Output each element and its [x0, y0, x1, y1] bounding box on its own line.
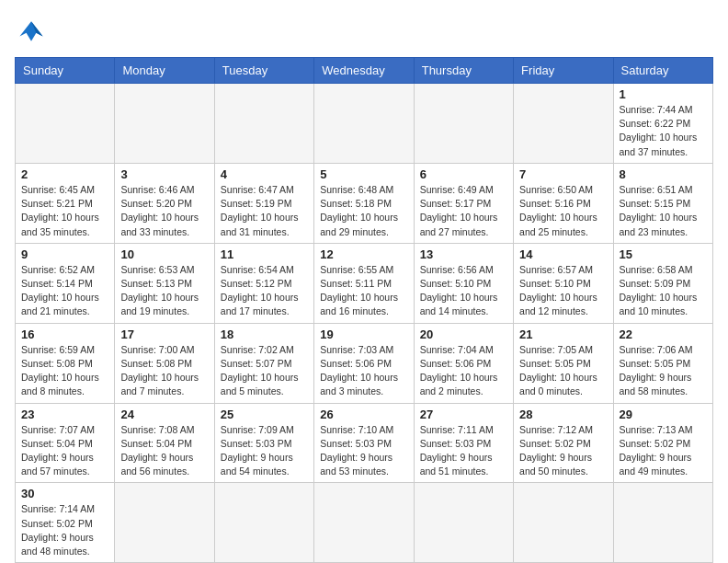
calendar-cell: [514, 84, 613, 164]
day-number: 19: [320, 327, 407, 341]
day-number: 23: [21, 408, 108, 421]
logo: [15, 15, 51, 48]
day-info: Sunrise: 7:11 AM Sunset: 5:03 PM Dayligh…: [420, 423, 507, 479]
week-row-5: 23Sunrise: 7:07 AM Sunset: 5:04 PM Dayli…: [16, 403, 713, 483]
day-number: 4: [221, 167, 308, 181]
day-number: 9: [21, 247, 108, 261]
day-number: 29: [620, 408, 707, 421]
day-info: Sunrise: 7:02 AM Sunset: 5:07 PM Dayligh…: [221, 343, 308, 399]
day-number: 21: [519, 327, 607, 341]
calendar-cell: 29Sunrise: 7:13 AM Sunset: 5:02 PM Dayli…: [613, 403, 712, 483]
day-info: Sunrise: 7:13 AM Sunset: 5:02 PM Dayligh…: [620, 423, 707, 479]
day-header-friday: Friday: [514, 58, 613, 84]
day-number: 17: [120, 327, 208, 341]
day-number: 14: [519, 247, 607, 261]
day-info: Sunrise: 7:03 AM Sunset: 5:06 PM Dayligh…: [320, 343, 407, 399]
calendar-cell: [414, 483, 513, 563]
day-info: Sunrise: 6:50 AM Sunset: 5:16 PM Dayligh…: [519, 183, 607, 239]
day-info: Sunrise: 7:07 AM Sunset: 5:04 PM Dayligh…: [21, 423, 108, 479]
calendar-cell: 9Sunrise: 6:52 AM Sunset: 5:14 PM Daylig…: [16, 243, 115, 323]
calendar-cell: 25Sunrise: 7:09 AM Sunset: 5:03 PM Dayli…: [214, 403, 313, 483]
day-info: Sunrise: 6:46 AM Sunset: 5:20 PM Dayligh…: [120, 183, 208, 239]
calendar-cell: 23Sunrise: 7:07 AM Sunset: 5:04 PM Dayli…: [16, 403, 115, 483]
calendar-cell: [514, 483, 613, 563]
day-number: 16: [21, 327, 108, 341]
day-header-monday: Monday: [115, 58, 214, 84]
calendar-cell: [214, 84, 313, 164]
calendar-cell: 13Sunrise: 6:56 AM Sunset: 5:10 PM Dayli…: [414, 243, 513, 323]
calendar-cell: 12Sunrise: 6:55 AM Sunset: 5:11 PM Dayli…: [314, 243, 414, 323]
calendar-cell: 28Sunrise: 7:12 AM Sunset: 5:02 PM Dayli…: [514, 403, 613, 483]
day-number: 25: [221, 408, 308, 421]
calendar-cell: 6Sunrise: 6:49 AM Sunset: 5:17 PM Daylig…: [414, 163, 513, 243]
calendar-cell: [16, 84, 115, 164]
calendar-cell: 30Sunrise: 7:14 AM Sunset: 5:02 PM Dayli…: [16, 483, 115, 563]
day-info: Sunrise: 6:47 AM Sunset: 5:19 PM Dayligh…: [221, 183, 308, 239]
day-number: 13: [420, 247, 507, 261]
day-header-tuesday: Tuesday: [214, 58, 313, 84]
day-info: Sunrise: 6:54 AM Sunset: 5:12 PM Dayligh…: [221, 263, 308, 319]
week-row-6: 30Sunrise: 7:14 AM Sunset: 5:02 PM Dayli…: [16, 483, 713, 563]
calendar-cell: 5Sunrise: 6:48 AM Sunset: 5:18 PM Daylig…: [314, 163, 414, 243]
calendar-cell: 11Sunrise: 6:54 AM Sunset: 5:12 PM Dayli…: [214, 243, 313, 323]
day-info: Sunrise: 6:55 AM Sunset: 5:11 PM Dayligh…: [320, 263, 407, 319]
calendar-cell: 10Sunrise: 6:53 AM Sunset: 5:13 PM Dayli…: [115, 243, 214, 323]
day-number: 12: [320, 247, 407, 261]
day-number: 3: [120, 167, 208, 181]
day-info: Sunrise: 6:45 AM Sunset: 5:21 PM Dayligh…: [21, 183, 108, 239]
calendar-cell: 3Sunrise: 6:46 AM Sunset: 5:20 PM Daylig…: [115, 163, 214, 243]
day-header-thursday: Thursday: [414, 58, 513, 84]
calendar-cell: 2Sunrise: 6:45 AM Sunset: 5:21 PM Daylig…: [16, 163, 115, 243]
calendar-cell: 24Sunrise: 7:08 AM Sunset: 5:04 PM Dayli…: [115, 403, 214, 483]
calendar-cell: 16Sunrise: 6:59 AM Sunset: 5:08 PM Dayli…: [16, 323, 115, 403]
day-info: Sunrise: 7:05 AM Sunset: 5:05 PM Dayligh…: [519, 343, 607, 399]
day-number: 5: [320, 167, 407, 181]
calendar-cell: [115, 483, 214, 563]
day-info: Sunrise: 7:06 AM Sunset: 5:05 PM Dayligh…: [620, 343, 707, 399]
page-header: [15, 15, 713, 48]
calendar-cell: 15Sunrise: 6:58 AM Sunset: 5:09 PM Dayli…: [613, 243, 712, 323]
day-info: Sunrise: 6:56 AM Sunset: 5:10 PM Dayligh…: [420, 263, 507, 319]
calendar-cell: [613, 483, 712, 563]
calendar-cell: 26Sunrise: 7:10 AM Sunset: 5:03 PM Dayli…: [314, 403, 414, 483]
day-number: 26: [320, 408, 407, 421]
day-number: 10: [120, 247, 208, 261]
day-number: 6: [420, 167, 507, 181]
day-info: Sunrise: 7:12 AM Sunset: 5:02 PM Dayligh…: [519, 423, 607, 479]
day-info: Sunrise: 6:49 AM Sunset: 5:17 PM Dayligh…: [420, 183, 507, 239]
calendar-cell: 14Sunrise: 6:57 AM Sunset: 5:10 PM Dayli…: [514, 243, 613, 323]
week-row-1: 1Sunrise: 7:44 AM Sunset: 6:22 PM Daylig…: [16, 84, 713, 164]
calendar-cell: 17Sunrise: 7:00 AM Sunset: 5:08 PM Dayli…: [115, 323, 214, 403]
week-row-2: 2Sunrise: 6:45 AM Sunset: 5:21 PM Daylig…: [16, 163, 713, 243]
day-number: 1: [620, 87, 707, 101]
calendar-cell: [115, 84, 214, 164]
logo-icon: [15, 15, 48, 48]
calendar-cell: 27Sunrise: 7:11 AM Sunset: 5:03 PM Dayli…: [414, 403, 513, 483]
day-number: 8: [620, 167, 707, 181]
calendar: SundayMondayTuesdayWednesdayThursdayFrid…: [15, 57, 713, 563]
day-header-saturday: Saturday: [613, 58, 712, 84]
day-header-wednesday: Wednesday: [314, 58, 414, 84]
calendar-cell: 18Sunrise: 7:02 AM Sunset: 5:07 PM Dayli…: [214, 323, 313, 403]
day-info: Sunrise: 7:10 AM Sunset: 5:03 PM Dayligh…: [320, 423, 407, 479]
day-number: 18: [221, 327, 308, 341]
day-header-sunday: Sunday: [16, 58, 115, 84]
day-info: Sunrise: 7:14 AM Sunset: 5:02 PM Dayligh…: [21, 502, 108, 558]
day-info: Sunrise: 6:52 AM Sunset: 5:14 PM Dayligh…: [21, 263, 108, 319]
day-info: Sunrise: 6:53 AM Sunset: 5:13 PM Dayligh…: [120, 263, 208, 319]
calendar-cell: 19Sunrise: 7:03 AM Sunset: 5:06 PM Dayli…: [314, 323, 414, 403]
day-number: 22: [620, 327, 707, 341]
day-info: Sunrise: 6:59 AM Sunset: 5:08 PM Dayligh…: [21, 343, 108, 399]
calendar-cell: 21Sunrise: 7:05 AM Sunset: 5:05 PM Dayli…: [514, 323, 613, 403]
calendar-cell: [314, 84, 414, 164]
day-info: Sunrise: 6:51 AM Sunset: 5:15 PM Dayligh…: [620, 183, 707, 239]
day-number: 27: [420, 408, 507, 421]
day-info: Sunrise: 7:44 AM Sunset: 6:22 PM Dayligh…: [620, 103, 707, 159]
calendar-cell: 22Sunrise: 7:06 AM Sunset: 5:05 PM Dayli…: [613, 323, 712, 403]
day-number: 15: [620, 247, 707, 261]
calendar-cell: [314, 483, 414, 563]
calendar-cell: [414, 84, 513, 164]
day-number: 20: [420, 327, 507, 341]
day-number: 7: [519, 167, 607, 181]
calendar-cell: 20Sunrise: 7:04 AM Sunset: 5:06 PM Dayli…: [414, 323, 513, 403]
